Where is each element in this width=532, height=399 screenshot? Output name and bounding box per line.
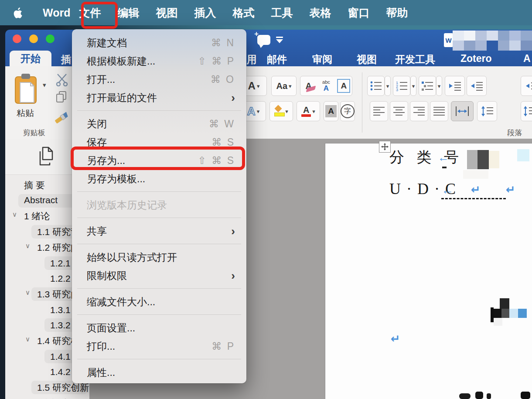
menu-item-限制权限[interactable]: 限制权限› xyxy=(72,266,246,285)
comment-icon[interactable] xyxy=(257,35,270,45)
chevron-down-icon[interactable]: ∨ xyxy=(25,335,30,343)
menu-item-label: 打开最近的文件 xyxy=(87,91,231,105)
justify-button[interactable] xyxy=(430,101,448,121)
highlight-color-button[interactable]: ▾ xyxy=(269,101,293,121)
censored-block xyxy=(494,318,502,326)
menubar-item-插入[interactable]: 插入 xyxy=(186,6,224,20)
paste-dropdown-caret[interactable]: ▾ xyxy=(43,81,46,89)
censored-block xyxy=(475,392,483,399)
tab-用[interactable]: 用 xyxy=(247,53,257,66)
menu-item-打印[interactable]: 打印...⌘ P xyxy=(72,337,246,355)
font-tools-group[interactable]: AabcAA xyxy=(300,76,352,96)
menubar-item-窗口[interactable]: 窗口 xyxy=(340,6,377,20)
zoom-window-button[interactable] xyxy=(46,34,55,43)
menubar-app-name[interactable]: Word xyxy=(43,7,70,19)
distributed-button[interactable] xyxy=(451,101,474,121)
menu-item-label: 共享 xyxy=(87,225,231,238)
menu-item-始终以只读方式打开[interactable]: 始终以只读方式打开 xyxy=(72,248,246,266)
menu-item-label: 缩减文件大小... xyxy=(87,295,235,309)
menubar-item-文件[interactable]: 文件 xyxy=(71,6,109,20)
menu-item-共享[interactable]: 共享› xyxy=(72,222,246,240)
multilevel-list-button[interactable] xyxy=(419,76,436,96)
partial-button[interactable] xyxy=(521,76,532,96)
decrease-indent-button[interactable] xyxy=(445,76,465,96)
minimize-window-button[interactable] xyxy=(29,34,38,43)
tab-视图[interactable]: 视图 xyxy=(357,53,377,66)
character-border-icon[interactable]: A xyxy=(336,76,352,95)
multilevel-list-caret[interactable]: ▾ xyxy=(436,76,442,96)
menu-item-保存[interactable]: 保存⌘ S xyxy=(72,133,246,151)
menu-item-关闭[interactable]: 关闭⌘ W xyxy=(72,115,246,133)
chevron-down-icon[interactable]: ∨ xyxy=(25,242,30,250)
menu-item-打开最近的文件[interactable]: 打开最近的文件› xyxy=(72,89,246,107)
chevron-down-icon[interactable]: ∨ xyxy=(12,211,17,218)
menubar-item-工具[interactable]: 工具 xyxy=(263,6,300,20)
menu-item-打开[interactable]: 打开...⌘ O xyxy=(72,70,246,89)
censored-block xyxy=(487,393,491,399)
censored-block xyxy=(501,309,509,318)
menu-item-另存为[interactable]: 另存为...⇧ ⌘ S xyxy=(72,151,246,170)
menubar-item-编辑[interactable]: 编辑 xyxy=(109,6,147,20)
menu-item-label: 始终以只读方式打开 xyxy=(87,251,235,264)
paste-button[interactable] xyxy=(10,72,41,106)
menu-item-属性[interactable]: 属性... xyxy=(72,363,246,382)
menubar-item-格式[interactable]: 格式 xyxy=(225,6,262,20)
menu-separator xyxy=(72,240,246,248)
censored-document-title xyxy=(453,31,532,51)
tab-insert-partial[interactable]: 插 xyxy=(61,53,71,66)
censored-block xyxy=(489,151,499,168)
align-left-button[interactable] xyxy=(370,101,388,121)
menubar-item-表格[interactable]: 表格 xyxy=(301,6,339,20)
menu-item-另存为模板[interactable]: 另存为模板... xyxy=(72,170,246,188)
sidebar-item-2理论基础[interactable]: 2 理论基础 xyxy=(5,396,89,399)
bullet-list-caret[interactable]: ▾ xyxy=(385,76,391,96)
menubar-item-视图[interactable]: 视图 xyxy=(148,6,185,20)
censored-block xyxy=(459,393,471,399)
menu-item-label: 打开... xyxy=(87,73,211,86)
censored-block xyxy=(521,392,530,399)
collapse-ribbon-icon[interactable] xyxy=(276,37,283,43)
menubar-item-帮助[interactable]: 帮助 xyxy=(378,6,416,20)
numbered-list-button[interactable]: 123 xyxy=(393,76,410,96)
enclose-characters-button[interactable]: 字 xyxy=(340,101,355,121)
tab-邮件[interactable]: 邮件 xyxy=(267,53,287,66)
sidebar-item-label: 1.5 研究创新 xyxy=(37,382,89,394)
format-painter-icon[interactable] xyxy=(52,109,71,127)
bullet-list-button[interactable] xyxy=(367,76,385,96)
menu-item-新建文档[interactable]: 新建文档⌘ N xyxy=(72,34,246,52)
menu-item-缩减文件大小[interactable]: 缩减文件大小... xyxy=(72,293,246,311)
tab-开发工具[interactable]: 开发工具 xyxy=(395,53,435,66)
chevron-down-icon[interactable]: ∨ xyxy=(25,289,30,297)
censored-block xyxy=(467,150,477,169)
ribbon-group-separator xyxy=(362,72,362,133)
font-color-button[interactable]: A▾ xyxy=(297,101,320,121)
clear-formatting-icon[interactable]: A xyxy=(300,76,317,95)
table-move-handle[interactable] xyxy=(379,141,391,153)
shading-button[interactable]: A xyxy=(324,101,338,121)
tab-Zotero[interactable]: Zotero xyxy=(460,53,492,65)
pages-icon[interactable] xyxy=(37,146,55,168)
numbered-list-caret[interactable]: ▾ xyxy=(410,76,416,96)
close-window-button[interactable] xyxy=(13,34,21,43)
tab-mark-icon: ← xyxy=(441,183,454,197)
classification-number-label: 分 类 号 xyxy=(389,147,463,167)
menu-item-页面设置[interactable]: 页面设置... xyxy=(72,319,246,337)
change-case-button[interactable]: Aa▾ xyxy=(271,76,297,96)
menu-item-根据模板新建[interactable]: 根据模板新建...⇧ ⌘ P xyxy=(72,52,246,70)
menu-item-label: 限制权限 xyxy=(87,269,231,283)
tab-home[interactable]: 开始 xyxy=(10,51,51,66)
align-center-button[interactable] xyxy=(390,101,408,121)
cut-icon[interactable] xyxy=(55,73,69,88)
phonetic-guide-icon[interactable]: abcA xyxy=(318,76,334,95)
tab-A[interactable]: A xyxy=(523,53,531,65)
tab-审阅[interactable]: 审阅 xyxy=(312,53,332,66)
partial-button-2[interactable] xyxy=(521,101,532,121)
menu-separator xyxy=(72,107,246,115)
copy-icon[interactable] xyxy=(56,91,67,105)
align-right-button[interactable] xyxy=(410,101,428,121)
increase-indent-button[interactable] xyxy=(467,76,487,96)
menu-item-shortcut: ⌘ S xyxy=(211,136,235,148)
line-spacing-button[interactable] xyxy=(477,101,497,121)
apple-menu-icon[interactable] xyxy=(13,7,23,19)
paste-label: 粘贴 xyxy=(8,107,43,119)
